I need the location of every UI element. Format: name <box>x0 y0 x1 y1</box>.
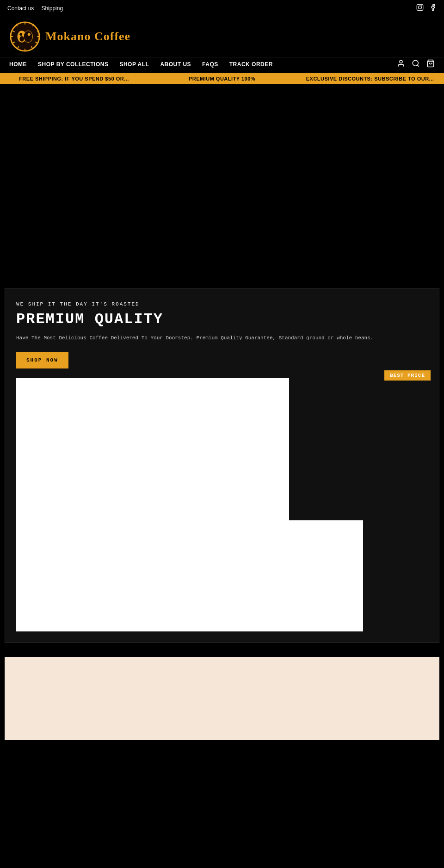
svg-point-2 <box>421 6 422 6</box>
svg-point-20 <box>28 33 31 36</box>
hero-section <box>0 84 444 283</box>
peach-section <box>5 657 439 740</box>
account-icon[interactable] <box>397 59 405 69</box>
nav-home[interactable]: HOME <box>9 61 27 68</box>
nav-track[interactable]: TRACK ORDER <box>229 61 273 68</box>
announcement-discounts: EXCLUSIVE DISCOUNTS: Subscribe to our... <box>296 76 444 81</box>
announcement-shipping: FREE SHIPPING: If You Spend $50 or... <box>0 76 148 81</box>
svg-line-23 <box>417 65 419 66</box>
top-bar: Contact us Shipping <box>0 0 444 16</box>
feature-title: PREMIUM QUALITY <box>16 311 428 328</box>
header: Mokano Coffee <box>0 16 444 57</box>
search-icon[interactable] <box>412 59 420 69</box>
shipping-link[interactable]: Shipping <box>41 5 63 12</box>
feature-desc: Have The Most Delicious Coffee Delivered… <box>16 334 428 343</box>
product-image-bottom <box>16 520 363 631</box>
nav-shop-all[interactable]: SHOP ALL <box>119 61 149 68</box>
section-gap <box>0 648 444 652</box>
top-bar-links: Contact us Shipping <box>7 5 63 12</box>
cart-icon[interactable] <box>426 59 435 69</box>
svg-point-17 <box>24 31 32 42</box>
instagram-icon[interactable] <box>416 4 424 12</box>
best-price-badge: BEST PRICE <box>384 370 431 381</box>
nav-about[interactable]: ABOUT US <box>160 61 191 68</box>
top-bar-social <box>416 4 437 12</box>
nav-collections[interactable]: SHOP BY COLLECTIONS <box>38 61 108 68</box>
logo-area: Mokano Coffee <box>9 21 130 52</box>
logo-icon <box>9 21 41 52</box>
product-image-top <box>16 378 289 521</box>
nav-links: HOME SHOP BY COLLECTIONS SHOP ALL ABOUT … <box>9 61 397 68</box>
nav: HOME SHOP BY COLLECTIONS SHOP ALL ABOUT … <box>0 57 444 73</box>
contact-link[interactable]: Contact us <box>7 5 34 12</box>
products-area: BEST PRICE <box>16 378 428 631</box>
announcement-bar: FREE SHIPPING: If You Spend $50 or... PR… <box>0 73 444 84</box>
svg-point-18 <box>19 33 22 36</box>
svg-point-19 <box>19 36 24 42</box>
facebook-icon[interactable] <box>429 4 437 12</box>
shop-now-button[interactable]: SHOP NOW <box>16 352 68 368</box>
feature-section: WE SHIP IT THE DAY IT'S ROASTED PREMIUM … <box>5 288 439 643</box>
announcement-quality: PREMIUM QUALITY 100% <box>148 76 296 81</box>
brand-name: Mokano Coffee <box>45 30 130 44</box>
feature-subtitle: WE SHIP IT THE DAY IT'S ROASTED <box>16 301 428 307</box>
svg-point-21 <box>400 60 402 63</box>
nav-icons <box>397 59 435 69</box>
svg-point-1 <box>419 6 422 9</box>
svg-point-22 <box>413 60 418 66</box>
svg-rect-0 <box>417 4 423 10</box>
nav-faqs[interactable]: FAQS <box>202 61 218 68</box>
